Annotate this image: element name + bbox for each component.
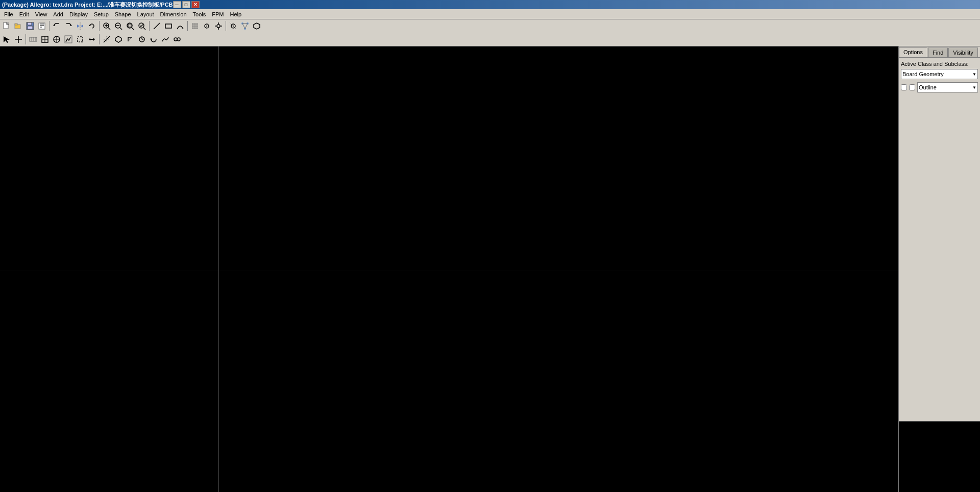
- class-dropdown-wrapper: Board GeometryEtchPackage GeometryDrawin…: [901, 69, 978, 79]
- sep-3: [149, 21, 150, 31]
- svg-line-51: [242, 24, 245, 29]
- svg-line-22: [120, 28, 122, 30]
- title-bar-controls: ─ □ ✕: [173, 1, 200, 8]
- origin-button[interactable]: [201, 20, 212, 32]
- panel-content: Active Class and Subclass: Board Geometr…: [899, 58, 980, 421]
- menu-item-view[interactable]: View: [32, 10, 51, 18]
- svg-point-80: [174, 38, 177, 41]
- tb2-10[interactable]: [136, 34, 148, 45]
- tb2-8[interactable]: [113, 34, 124, 45]
- menu-item-help[interactable]: Help: [227, 10, 245, 18]
- arc-button[interactable]: [175, 20, 186, 32]
- menu-item-add[interactable]: Add: [50, 10, 66, 18]
- panel-tabs: Options Find Visibility: [899, 46, 980, 58]
- svg-point-39: [217, 25, 220, 28]
- save-button[interactable]: [24, 20, 36, 32]
- open-button[interactable]: [13, 20, 24, 32]
- svg-marker-12: [70, 25, 72, 26]
- svg-marker-75: [115, 36, 121, 42]
- svg-marker-71: [93, 38, 95, 41]
- menu-item-display[interactable]: Display: [66, 10, 91, 18]
- menu-item-tools[interactable]: Tools: [190, 10, 209, 18]
- menu-item-layout[interactable]: Layout: [134, 10, 157, 18]
- pen-button[interactable]: [36, 20, 47, 32]
- mini-preview: [899, 421, 980, 492]
- svg-line-18: [108, 28, 110, 30]
- subclass-checkbox2[interactable]: [909, 84, 915, 90]
- undo-button[interactable]: [51, 20, 62, 32]
- new-button[interactable]: [1, 20, 12, 32]
- svg-line-29: [154, 23, 160, 29]
- right-panel: Options Find Visibility Active Class and…: [898, 46, 980, 492]
- zoomout-button[interactable]: [113, 20, 124, 32]
- title-bar: (Package) Allegro: text.dra Project: E:.…: [0, 0, 980, 9]
- ratsnest-button[interactable]: [239, 20, 251, 32]
- rect-button[interactable]: [163, 20, 174, 32]
- svg-marker-54: [4, 36, 10, 43]
- subclass-dropdown[interactable]: OutlineAssembly_TopSilkscreen_TopPlace_B…: [917, 82, 978, 92]
- svg-point-81: [177, 38, 180, 41]
- canvas-h-divider: [0, 270, 898, 270]
- tb2-2[interactable]: [39, 34, 51, 45]
- sep-6: [26, 34, 26, 44]
- active-class-label: Active Class and Subclass:: [901, 61, 978, 67]
- title-text: (Package) Allegro: text.dra Project: E:.…: [2, 1, 173, 9]
- svg-point-46: [233, 26, 234, 27]
- snap-button[interactable]: [228, 20, 239, 32]
- svg-line-52: [245, 24, 248, 29]
- sep-5: [226, 21, 226, 31]
- tab-options[interactable]: Options: [899, 47, 927, 57]
- close-button[interactable]: ✕: [191, 1, 200, 8]
- zoomin-button[interactable]: [101, 20, 112, 32]
- zoomfit-button[interactable]: [125, 20, 136, 32]
- tab-find[interactable]: Find: [928, 48, 948, 57]
- tb2-11[interactable]: [148, 34, 159, 45]
- svg-rect-3: [15, 24, 17, 25]
- maximize-button[interactable]: □: [182, 1, 190, 8]
- select-button[interactable]: [1, 34, 12, 45]
- svg-rect-30: [165, 24, 172, 28]
- canvas-area[interactable]: [0, 46, 898, 492]
- settings-button[interactable]: [213, 20, 224, 32]
- tb2-9[interactable]: [125, 34, 136, 45]
- svg-line-25: [132, 28, 134, 30]
- svg-marker-79: [150, 38, 152, 40]
- minimize-button[interactable]: ─: [173, 1, 181, 8]
- pick-button[interactable]: [13, 34, 24, 45]
- menu-item-file[interactable]: File: [1, 10, 16, 18]
- line-button[interactable]: [151, 20, 162, 32]
- rotate-button[interactable]: [86, 20, 97, 32]
- tb2-7[interactable]: [101, 34, 112, 45]
- tb2-4[interactable]: [63, 34, 74, 45]
- svg-rect-6: [28, 26, 33, 29]
- tb2-1[interactable]: [28, 34, 39, 45]
- class-dropdown[interactable]: Board GeometryEtchPackage GeometryDrawin…: [901, 69, 978, 79]
- sep-1: [49, 21, 50, 31]
- zoomsel-button[interactable]: [136, 20, 148, 32]
- menu-item-fpm[interactable]: FPM: [209, 10, 227, 18]
- mirror-button[interactable]: [75, 20, 86, 32]
- tb2-12[interactable]: [160, 34, 171, 45]
- sep-7: [99, 34, 100, 44]
- svg-marker-14: [77, 25, 80, 28]
- canvas-v-divider: [218, 46, 219, 492]
- subclass-dropdown-wrapper: OutlineAssembly_TopSilkscreen_TopPlace_B…: [917, 82, 978, 92]
- menu-bar: FileEditViewAddDisplaySetupShapeLayoutDi…: [0, 9, 980, 19]
- menu-item-dimension[interactable]: Dimension: [157, 10, 190, 18]
- main-layout: Options Find Visibility Active Class and…: [0, 46, 980, 492]
- svg-rect-5: [28, 22, 32, 25]
- subclass-checkbox[interactable]: [901, 84, 907, 90]
- tb2-13[interactable]: [172, 34, 183, 45]
- tb2-5[interactable]: [75, 34, 86, 45]
- menu-item-setup[interactable]: Setup: [91, 10, 112, 18]
- tab-visibility[interactable]: Visibility: [948, 48, 978, 57]
- grid-button[interactable]: [189, 20, 201, 32]
- tb2-6[interactable]: [86, 34, 97, 45]
- tb2-3[interactable]: [51, 34, 62, 45]
- redo-button[interactable]: [63, 20, 74, 32]
- menu-item-edit[interactable]: Edit: [16, 10, 32, 18]
- svg-marker-53: [254, 23, 260, 29]
- 3d-button[interactable]: [251, 20, 262, 32]
- svg-marker-70: [89, 38, 90, 41]
- menu-item-shape[interactable]: Shape: [112, 10, 134, 18]
